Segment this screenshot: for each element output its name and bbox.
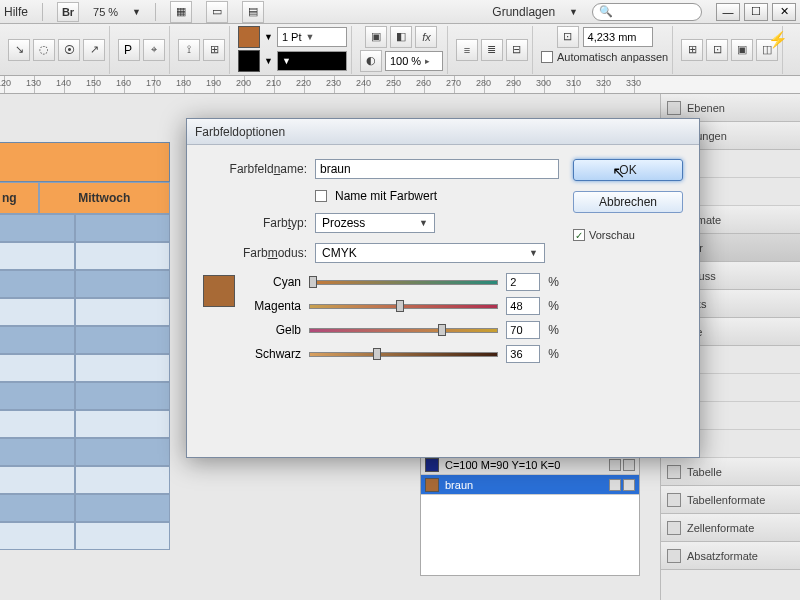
frame-fit-icon[interactable]: ⊡ [557,26,579,48]
swatches-panel[interactable]: C=100 M=90 Y=10 K=0 braun [420,454,640,576]
fit-icon[interactable]: ▣ [731,39,753,61]
align-icon[interactable]: ≡ [456,39,478,61]
colortype-select[interactable]: Prozess▼ [315,213,435,233]
table-selection[interactable] [0,142,170,182]
swatch-type-icon [609,459,621,471]
channel-slider[interactable] [309,301,498,311]
percent-label: % [548,323,559,337]
swatch-row[interactable]: braun [421,475,639,495]
channel-slider[interactable] [309,277,498,287]
align-icon[interactable]: ⊟ [506,39,528,61]
channel-slider[interactable] [309,325,498,335]
tool-icon[interactable]: ⌖ [143,39,165,61]
swatch-type-icon [609,479,621,491]
horizontal-ruler: 1201301401501601701801902002102202302402… [0,76,800,94]
preview-label: Vorschau [589,229,635,241]
window-controls: — ☐ ✕ [716,3,796,21]
colortype-label: Farbtyp: [203,216,307,230]
tool-icon[interactable]: ↘ [8,39,30,61]
chevron-down-icon[interactable]: ▼ [264,56,273,66]
panel-tab[interactable]: Zellenformate [661,514,800,542]
snap-icon[interactable]: ⊞ [203,39,225,61]
channel-value-input[interactable] [506,273,540,291]
panel-icon [667,549,681,563]
fit-icon[interactable]: ⊡ [706,39,728,61]
swatch-mode-icon [623,479,635,491]
preview-checkbox[interactable]: ✓ [573,229,585,241]
snap-icon[interactable]: ⟟ [178,39,200,61]
chevron-down-icon[interactable]: ▼ [264,32,273,42]
minimize-button[interactable]: — [716,3,740,21]
stroke-swatch[interactable] [238,50,260,72]
separator [155,3,156,21]
tool-icon[interactable]: ⦿ [58,39,80,61]
chevron-down-icon[interactable]: ▼ [569,7,578,17]
fill-swatch[interactable] [238,26,260,48]
swatch-name: braun [445,479,473,491]
wrap-icon[interactable]: ◧ [390,26,412,48]
auto-fit-checkbox[interactable] [541,51,553,63]
panel-tab[interactable]: Absatzformate [661,542,800,570]
color-preview-chip [203,275,235,307]
stroke-width-combo[interactable]: 1 Pt▼ [277,27,347,47]
channel-label: Gelb [245,323,301,337]
paragraph-icon[interactable]: P [118,39,140,61]
dialog-titlebar[interactable]: Farbfeldoptionen [187,119,699,145]
search-input[interactable]: 🔍 [592,3,702,21]
colormode-select[interactable]: CMYK▼ [315,243,545,263]
control-toolbar: ↘ ◌ ⦿ ↗ P ⌖ ⟟ ⊞ ▼ 1 Pt▼ ▼ ▼ ▣ [0,24,800,76]
tool-icon[interactable]: ◌ [33,39,55,61]
zoom-display[interactable]: 75 % [93,6,118,18]
fit-icon[interactable]: ⊞ [681,39,703,61]
swatch-row[interactable]: C=100 M=90 Y=10 K=0 [421,455,639,475]
chevron-down-icon[interactable]: ▼ [132,7,141,17]
arrange-icon[interactable]: ▤ [242,1,264,23]
channel-label: Cyan [245,275,301,289]
panel-icon [667,465,681,479]
swatch-name: C=100 M=90 Y=10 K=0 [445,459,560,471]
workspace-preset[interactable]: Grundlagen [492,5,555,19]
svg-text:P: P [124,43,132,57]
menubar: Hilfe Br 75 % ▼ ▦ ▭ ▤ Grundlagen ▼ 🔍 — ☐… [0,0,800,24]
panel-tab[interactable]: Tabelle [661,458,800,486]
fx-icon[interactable]: fx [415,26,437,48]
channel-value-input[interactable] [506,345,540,363]
maximize-button[interactable]: ☐ [744,3,768,21]
tool-icon[interactable]: ↗ [83,39,105,61]
swatch-options-dialog: Farbfeldoptionen Farbfeldname: Name mit … [186,118,700,458]
document-table[interactable]: ng Mittwoch [0,182,170,550]
dialog-title: Farbfeldoptionen [195,125,285,139]
table-header-cell[interactable]: ng [0,182,39,214]
panel-tab[interactable]: Tabellenformate [661,486,800,514]
quick-apply-icon[interactable]: ⚡ [768,30,788,49]
panel-icon [667,101,681,115]
swatch-chip-icon [425,458,439,472]
menu-help[interactable]: Hilfe [4,5,28,19]
cancel-button[interactable]: Abbrechen [573,191,683,213]
stroke-style-combo[interactable]: ▼ [277,51,347,71]
table-header-cell[interactable]: Mittwoch [39,182,170,214]
swatch-name-input[interactable] [315,159,559,179]
channel-value-input[interactable] [506,297,540,315]
ok-button[interactable]: OK ↖ [573,159,683,181]
channel-label: Magenta [245,299,301,313]
swatch-mode-icon [623,459,635,471]
auto-fit-label: Automatisch anpassen [557,51,668,63]
colormode-label: Farbmodus: [203,246,307,260]
view-mode-icon[interactable]: ▦ [170,1,192,23]
name-with-value-checkbox[interactable] [315,190,327,202]
panel-icon [667,521,681,535]
frame-size-input[interactable]: 4,233 mm [583,27,653,47]
opacity-icon[interactable]: ◐ [360,50,382,72]
opacity-combo[interactable]: 100 %▸ [385,51,443,71]
align-icon[interactable]: ≣ [481,39,503,61]
name-with-value-label: Name mit Farbwert [335,189,437,203]
screen-mode-icon[interactable]: ▭ [206,1,228,23]
channel-value-input[interactable] [506,321,540,339]
effects-icon[interactable]: ▣ [365,26,387,48]
swatch-chip-icon [425,478,439,492]
bridge-button[interactable]: Br [57,2,79,22]
close-button[interactable]: ✕ [772,3,796,21]
channel-slider[interactable] [309,349,498,359]
name-label: Farbfeldname: [203,162,307,176]
